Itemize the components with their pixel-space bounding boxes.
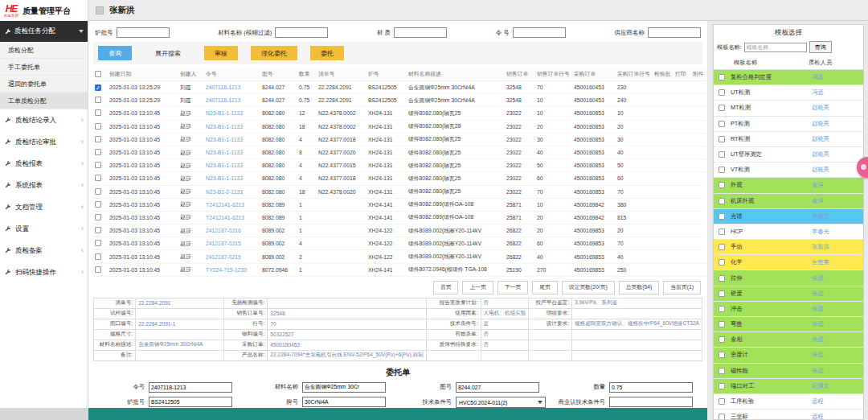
template-checkbox[interactable]	[719, 198, 725, 204]
template-checkbox[interactable]	[719, 74, 725, 80]
template-checkbox[interactable]	[719, 290, 725, 297]
action-button[interactable]: 查询	[98, 46, 132, 60]
action-button[interactable]: 展开搜索	[145, 46, 191, 60]
inspector-link[interactable]: 全世英	[812, 258, 860, 266]
table-row[interactable]: ✓2025-01-03 13:25:29刘霞2407118-12138244.0…	[93, 81, 706, 94]
sidebar-group[interactable]: 扫码快捷操作‹	[0, 261, 88, 283]
inspector-link[interactable]: 赵晓亮	[812, 150, 860, 159]
template-checkbox[interactable]	[719, 336, 725, 343]
inspector-link[interactable]: 佳远	[812, 351, 860, 359]
inspector-link[interactable]: 远程	[812, 413, 860, 420]
table-cell[interactable]: N23-B1-1-1133	[204, 146, 260, 159]
template-checkbox[interactable]	[719, 352, 725, 358]
template-checkbox[interactable]	[719, 151, 725, 158]
template-row[interactable]: HCP李春光	[714, 224, 863, 240]
inspector-link[interactable]: 赵晓亮	[812, 135, 860, 143]
sidebar-group[interactable]: 质检报表‹	[0, 153, 88, 175]
form-input[interactable]	[609, 397, 693, 407]
row-checkbox[interactable]	[95, 253, 101, 260]
inspector-link[interactable]: 赵晓亮	[812, 104, 860, 112]
filter-input[interactable]	[117, 27, 170, 38]
template-checkbox[interactable]	[719, 398, 725, 405]
template-checkbox[interactable]	[719, 414, 725, 420]
sidebar-group-active[interactable]: 质检任务分配	[0, 21, 88, 42]
table-row[interactable]: 2025-01-03 13:10:45赵莎N23-B1-1-11338082.0…	[93, 146, 706, 159]
template-search-input[interactable]	[744, 43, 807, 52]
row-checkbox[interactable]	[95, 201, 101, 208]
table-cell[interactable]: TY024-715-1230	[204, 263, 260, 276]
inspector-link[interactable]: 张新洪	[812, 243, 860, 251]
pager-button[interactable]: 设定页数(20/页)	[562, 281, 615, 294]
row-checkbox[interactable]	[95, 109, 101, 116]
action-button[interactable]: 委托	[310, 46, 344, 60]
template-row[interactable]: 硬度佳远	[714, 286, 863, 302]
action-button[interactable]: 理化委托	[251, 46, 297, 60]
template-checkbox[interactable]	[719, 259, 725, 266]
template-checkbox[interactable]	[719, 167, 725, 173]
template-checkbox[interactable]	[719, 306, 725, 312]
table-cell[interactable]: T2412141-6213	[204, 198, 260, 211]
template-row[interactable]: 工序检验远程	[714, 394, 863, 410]
form-input[interactable]	[609, 382, 693, 393]
template-row[interactable]: 冲击佳远	[714, 302, 863, 317]
template-row[interactable]: 机床外观金洋	[714, 194, 863, 209]
sidebar-group[interactable]: 系统报表‹	[0, 175, 88, 196]
template-row[interactable]: 磁性能佳远	[714, 364, 863, 379]
template-checkbox[interactable]	[719, 368, 725, 374]
inspector-link[interactable]: 金洋	[812, 197, 860, 205]
template-row[interactable]: 弯曲佳远	[714, 317, 863, 332]
tech-condition-select[interactable]: HVC50.2024-011(2)	[456, 397, 546, 408]
table-row[interactable]: 2025-01-03 13:10:45赵莎N23-B1-1-11338082.0…	[93, 133, 706, 146]
form-input[interactable]	[149, 397, 232, 407]
sidebar-group[interactable]: 质检结论审批‹	[0, 131, 88, 153]
template-row[interactable]: 外观金洋	[714, 178, 863, 193]
filter-input[interactable]	[275, 27, 328, 38]
row-checkbox[interactable]	[95, 123, 101, 130]
inspector-link[interactable]: 赵晓亮	[812, 166, 860, 174]
table-cell[interactable]: 2412187-0215	[204, 237, 260, 250]
row-checkbox[interactable]	[95, 227, 101, 233]
template-row[interactable]: MT检测赵晓亮	[714, 101, 863, 116]
template-row[interactable]: 拉伸佳远	[714, 270, 863, 286]
table-row[interactable]: 2025-01-03 13:10:45赵莎2412187-02158089.00…	[93, 250, 706, 263]
template-search-button[interactable]: 查询	[809, 41, 832, 53]
pager-button[interactable]: 上一页	[462, 281, 493, 294]
row-checkbox[interactable]: ✓	[95, 84, 101, 91]
pager-button[interactable]: 下一页	[497, 281, 528, 294]
template-row[interactable]: VT检测赵晓亮	[714, 163, 863, 178]
table-row[interactable]: 2025-01-03 13:10:45赵莎2412187-02158089.00…	[93, 237, 706, 250]
row-checkbox[interactable]	[95, 149, 101, 155]
table-cell[interactable]: 2412187-0215	[204, 250, 260, 263]
menu-icon[interactable]	[96, 6, 104, 14]
sidebar-item[interactable]: 手工委托单	[0, 59, 88, 76]
template-row[interactable]: 三坐标远程	[714, 410, 863, 420]
template-row[interactable]: UT检测冯远	[714, 85, 863, 101]
table-row[interactable]: 2025-01-03 13:25:29刘霞2407118-12138244.02…	[93, 94, 706, 107]
sidebar-item[interactable]: 质检分配	[0, 42, 88, 59]
inspector-link[interactable]: 佳远	[812, 274, 860, 282]
template-checkbox[interactable]	[719, 121, 725, 127]
template-checkbox[interactable]	[719, 136, 725, 142]
inspector-link[interactable]: 冯远	[812, 73, 860, 81]
filter-input[interactable]	[648, 27, 701, 38]
sidebar-group[interactable]: 设置‹	[0, 218, 88, 240]
inspector-link[interactable]: 金洋	[812, 181, 860, 189]
table-row[interactable]: 2025-01-03 13:10:45赵莎N23-B1-1-11338082.0…	[93, 120, 706, 133]
template-checkbox[interactable]	[719, 229, 725, 235]
table-cell[interactable]: 2407118-1213	[204, 81, 260, 94]
user-name[interactable]: 张新洪	[109, 5, 135, 16]
row-checkbox[interactable]	[95, 136, 101, 142]
row-checkbox[interactable]	[95, 214, 101, 220]
action-button[interactable]: 审核	[204, 46, 238, 60]
table-row[interactable]: 2025-01-03 13:10:45赵莎T2412141-62138082.0…	[93, 211, 706, 224]
table-cell[interactable]: N23-B1-1-1133	[204, 107, 260, 120]
template-row[interactable]: 光谱李梅文	[714, 209, 863, 224]
row-checkbox[interactable]	[95, 175, 101, 181]
template-row[interactable]: 复检合格判定度冯远	[714, 70, 863, 85]
form-input[interactable]	[149, 382, 232, 393]
row-checkbox[interactable]	[95, 240, 101, 246]
template-row[interactable]: PT检测赵晓亮	[714, 117, 863, 132]
form-input[interactable]	[302, 397, 386, 407]
template-row[interactable]: 化学全世英	[714, 255, 863, 270]
table-cell[interactable]: 2407118-1213	[204, 94, 260, 107]
